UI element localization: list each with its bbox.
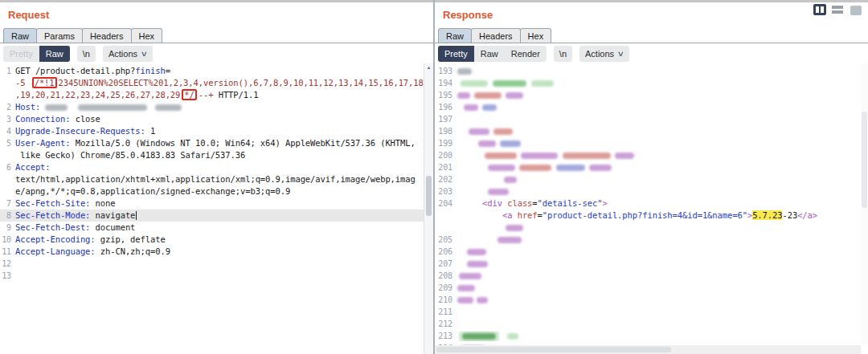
line-number: 7: [0, 197, 15, 210]
tab-hex[interactable]: Hex: [131, 28, 163, 43]
format-button-group: PrettyRaw: [3, 46, 70, 62]
editor-row: 211: [435, 306, 868, 318]
code-text: Sec-Fetch-Dest:: [15, 222, 90, 232]
line-number: 193: [435, 65, 457, 77]
redacted-text: [467, 249, 486, 255]
code-text: Accept:: [15, 162, 51, 172]
actions-menu-button[interactable]: Actions∨: [103, 46, 153, 62]
request-panel: Request RawParamsHeadersHex PrettyRaw\nA…: [0, 2, 433, 354]
editor-row: 208: [435, 270, 868, 282]
code-text: Host:: [15, 102, 45, 112]
code-text: "details-sec": [538, 198, 603, 208]
editor-row: e/apng,*/*;q=0.8,application/signed-exch…: [0, 185, 433, 197]
line-number: 195: [435, 89, 457, 101]
tab-hex[interactable]: Hex: [520, 28, 552, 43]
editor-row: like Gecko) Chrome/85.0.4183.83 Safari/5…: [0, 149, 433, 161]
editor-row: 207: [435, 258, 868, 270]
newline-toggle-button[interactable]: \n: [554, 46, 572, 62]
line-number: 10: [0, 234, 15, 246]
raw-button[interactable]: Raw: [474, 46, 505, 62]
line-number: 211: [435, 306, 457, 318]
code-text: GET /product-detail.php?: [15, 66, 135, 75]
response-vertical-scrollbar[interactable]: [861, 63, 868, 344]
code-text: none: [90, 198, 115, 208]
response-panel: Response RawHeadersHex PrettyRawRender\n…: [435, 2, 868, 354]
redacted-text: [457, 285, 475, 291]
response-tabs: RawHeadersHex: [435, 26, 868, 43]
render-button[interactable]: Render: [505, 46, 547, 62]
redacted-text: [497, 237, 522, 243]
button-label: \n: [559, 49, 567, 59]
actions-menu-button[interactable]: Actions∨: [579, 46, 629, 62]
response-editor[interactable]: 193194195196197198199200201202203204 <di…: [435, 63, 868, 354]
code-text: HTTP/1.1: [213, 90, 258, 100]
pretty-button[interactable]: Pretty: [3, 46, 39, 62]
button-label: \n: [83, 49, 90, 59]
code-line: text/html,application/xhtml+xml,applicat…: [15, 173, 416, 185]
scrollbar-thumb[interactable]: [426, 176, 432, 216]
single-pane-view-icon[interactable]: [850, 6, 862, 15]
split-rows-view-icon[interactable]: [832, 4, 845, 15]
code-text: finish: [135, 66, 165, 75]
request-toolbar: PrettyRaw\nActions∨: [0, 43, 433, 63]
code-text: Sec-Fetch-Site:: [15, 198, 90, 208]
pretty-button[interactable]: Pretty: [438, 46, 474, 62]
code-text: Sec-Fetch-Mode:: [15, 210, 90, 220]
code-line: [457, 258, 488, 270]
editor-row: 213: [435, 330, 868, 342]
line-number: 2: [0, 101, 15, 113]
line-number: 209: [435, 282, 457, 294]
panel-split-divider[interactable]: [433, 0, 435, 354]
redacted-text: [488, 189, 509, 195]
tab-headers[interactable]: Headers: [82, 28, 132, 43]
scroll-up-arrow-icon[interactable]: ▲: [424, 65, 433, 70]
editor-row: 2Host:: [0, 101, 433, 113]
code-line: [457, 173, 517, 185]
raw-button[interactable]: Raw: [39, 46, 70, 62]
button-label: Actions: [585, 49, 614, 59]
code-text: class: [507, 198, 532, 208]
editor-row: 205: [435, 234, 868, 246]
line-number: 6: [0, 161, 15, 173]
request-vertical-scrollbar[interactable]: ▲: [424, 63, 433, 354]
code-line: <div class="details-sec">: [457, 197, 608, 210]
code-line: Accept-Language: zh-CN,zh;q=0.9: [15, 246, 170, 258]
redacted-text: [504, 177, 517, 183]
code-line: ,19,20,21,22,23,24,25,26,27,28,29*/--+ H…: [15, 89, 258, 101]
redacted-text: [521, 153, 558, 159]
code-line: [457, 222, 523, 234]
line-number: 198: [435, 125, 457, 137]
line-number: 204: [435, 197, 457, 210]
tab-params[interactable]: Params: [36, 28, 83, 43]
editor-row: 200: [435, 149, 868, 161]
tab-raw[interactable]: Raw: [3, 28, 37, 43]
code-text: Accept-Language:: [15, 246, 96, 256]
redacted-text: [506, 225, 523, 231]
editor-row: text/html,application/xhtml+xml,applicat…: [0, 173, 433, 185]
code-text: Connection:: [15, 114, 70, 124]
editor-row: 12: [0, 258, 433, 270]
editor-row: 210: [435, 294, 868, 306]
request-editor[interactable]: 1GET /product-detail.php?finish=-5 /*!12…: [0, 63, 433, 354]
newline-toggle-button[interactable]: \n: [77, 46, 96, 62]
editor-row: 196: [435, 101, 868, 113]
code-line: Upgrade-Insecure-Requests: 1: [15, 125, 155, 137]
highlighted-text: 5.7.23: [752, 210, 782, 220]
line-number: 208: [435, 270, 457, 282]
scrollbar-thumb[interactable]: [862, 112, 867, 208]
redacted-text: [469, 128, 489, 135]
tab-headers[interactable]: Headers: [471, 28, 521, 43]
response-horizontal-scrollbar[interactable]: [435, 345, 861, 354]
line-number: 13: [0, 270, 15, 282]
scrollbar-thumb[interactable]: [436, 347, 671, 352]
redacted-text: [467, 261, 488, 267]
editor-row: 13: [0, 270, 433, 282]
code-text: -5: [15, 78, 31, 87]
line-number: 200: [435, 149, 457, 161]
tab-raw[interactable]: Raw: [438, 28, 472, 43]
redacted-text: [488, 165, 515, 171]
code-line: User-Agent: Mozilla/5.0 (Windows NT 10.0…: [15, 137, 416, 149]
editor-row: 6Accept:: [0, 161, 433, 173]
split-columns-view-icon[interactable]: [813, 4, 826, 15]
code-text: User-Agent:: [15, 138, 70, 148]
